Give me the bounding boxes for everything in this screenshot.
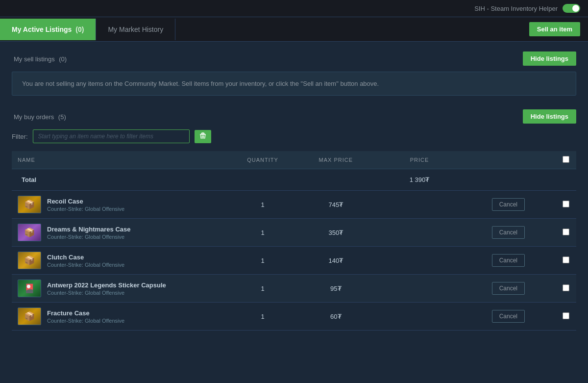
table-row: 📦 Recoil Case Counter-Strike: Global Off… xyxy=(12,191,576,219)
buy-orders-title: My buy orders (5) xyxy=(12,112,66,121)
hide-buy-orders-button[interactable]: Hide listings xyxy=(523,109,576,124)
col-header-price: PRICE xyxy=(378,151,462,169)
sih-toggle[interactable] xyxy=(563,4,580,13)
sell-button-wrap: Sell an item xyxy=(521,17,588,41)
item-name-dreams: Dreams & Nightmares Case xyxy=(47,226,131,233)
total-row: Total 1 390₮ xyxy=(12,169,576,191)
item-name-clutch: Clutch Case xyxy=(47,254,124,261)
cancel-button-fracture[interactable]: Cancel xyxy=(492,310,525,323)
table-body: Total 1 390₮ 📦 Recoil Case Counter-Strik… xyxy=(12,169,576,331)
item-game-dreams: Counter-Strike: Global Offensive xyxy=(47,234,131,240)
item-icon-dreams: 📦 xyxy=(18,224,41,241)
item-qty-fracture: 1 xyxy=(231,303,294,331)
item-icon-fracture: 📦 xyxy=(18,307,41,325)
item-cell-antwerp: 🎴 Antwerp 2022 Legends Sticker Capsule C… xyxy=(18,280,225,297)
item-cell-recoil: 📦 Recoil Case Counter-Strike: Global Off… xyxy=(18,196,225,213)
item-qty-clutch: 1 xyxy=(231,247,294,275)
col-header-actions xyxy=(461,151,555,169)
sih-label: SIH - Steam Inventory Helper xyxy=(474,5,558,12)
sell-listings-header: My sell listings (0) Hide listings xyxy=(12,51,576,66)
buy-orders-header: My buy orders (5) Hide listings xyxy=(12,109,576,124)
item-game-clutch: Counter-Strike: Global Offensive xyxy=(47,262,124,268)
item-cell-fracture: 📦 Fracture Case Counter-Strike: Global O… xyxy=(18,307,225,325)
row-checkbox-dreams[interactable] xyxy=(563,229,569,235)
buy-orders-table: NAME QUANTITY MAX PRICE PRICE Total 1 39… xyxy=(12,151,576,331)
total-label: Total xyxy=(18,176,36,183)
table-row: 📦 Dreams & Nightmares Case Counter-Strik… xyxy=(12,219,576,247)
item-name-antwerp: Antwerp 2022 Legends Sticker Capsule xyxy=(47,281,166,289)
tab-active-listings[interactable]: My Active Listings (0) xyxy=(0,19,96,40)
main-content: My sell listings (0) Hide listings You a… xyxy=(0,42,588,340)
col-header-check xyxy=(555,151,576,169)
cancel-button-antwerp[interactable]: Cancel xyxy=(492,282,525,295)
clear-filter-button[interactable] xyxy=(195,130,211,143)
item-qty-dreams: 1 xyxy=(231,219,294,247)
item-qty-antwerp: 1 xyxy=(231,275,294,303)
row-checkbox-recoil[interactable] xyxy=(563,201,569,207)
row-checkbox-fracture[interactable] xyxy=(563,312,569,319)
table-header: NAME QUANTITY MAX PRICE PRICE xyxy=(12,151,576,169)
top-bar: SIH - Steam Inventory Helper xyxy=(0,0,588,17)
filter-label: Filter: xyxy=(12,133,28,140)
hide-sell-listings-button[interactable]: Hide listings xyxy=(523,51,576,66)
item-icon-antwerp: 🎴 xyxy=(18,280,41,297)
total-price: 1 390₮ xyxy=(378,169,462,191)
table-row: 🎴 Antwerp 2022 Legends Sticker Capsule C… xyxy=(12,275,576,303)
cancel-button-clutch[interactable]: Cancel xyxy=(492,254,525,267)
col-header-max-price: MAX PRICE xyxy=(294,151,378,169)
item-maxprice-dreams: 350₮ xyxy=(294,219,378,247)
item-maxprice-recoil: 745₮ xyxy=(294,191,378,219)
cancel-button-recoil[interactable]: Cancel xyxy=(492,198,525,211)
row-checkbox-clutch[interactable] xyxy=(563,256,569,263)
col-header-name: NAME xyxy=(12,151,231,169)
trash-icon xyxy=(199,132,206,139)
table-row: 📦 Fracture Case Counter-Strike: Global O… xyxy=(12,303,576,331)
table-row: 📦 Clutch Case Counter-Strike: Global Off… xyxy=(12,247,576,275)
item-cell-clutch: 📦 Clutch Case Counter-Strike: Global Off… xyxy=(18,252,225,269)
item-icon-clutch: 📦 xyxy=(18,252,41,269)
cancel-button-dreams[interactable]: Cancel xyxy=(492,226,525,239)
item-qty-recoil: 1 xyxy=(231,191,294,219)
select-all-checkbox[interactable] xyxy=(563,156,569,163)
filter-row: Filter: xyxy=(12,129,576,143)
item-name-fracture: Fracture Case xyxy=(47,309,124,317)
sell-item-button[interactable]: Sell an item xyxy=(529,22,580,36)
item-game-fracture: Counter-Strike: Global Offensive xyxy=(47,318,124,324)
row-checkbox-antwerp[interactable] xyxy=(563,284,569,291)
sell-listings-empty-msg: You are not selling any items on the Com… xyxy=(12,72,576,96)
sell-listings-title: My sell listings (0) xyxy=(12,54,67,63)
item-name-recoil: Recoil Case xyxy=(47,198,124,205)
tab-market-history[interactable]: My Market History xyxy=(96,19,175,40)
item-cell-dreams: 📦 Dreams & Nightmares Case Counter-Strik… xyxy=(18,224,225,241)
item-maxprice-fracture: 60₮ xyxy=(294,303,378,331)
tabs-row: My Active Listings (0) My Market History… xyxy=(0,17,588,42)
item-icon-recoil: 📦 xyxy=(18,196,41,213)
filter-input[interactable] xyxy=(33,129,190,143)
item-game-recoil: Counter-Strike: Global Offensive xyxy=(47,206,124,212)
item-maxprice-clutch: 140₮ xyxy=(294,247,378,275)
col-header-quantity: QUANTITY xyxy=(231,151,294,169)
item-game-antwerp: Counter-Strike: Global Offensive xyxy=(47,290,166,296)
item-maxprice-antwerp: 95₮ xyxy=(294,275,378,303)
